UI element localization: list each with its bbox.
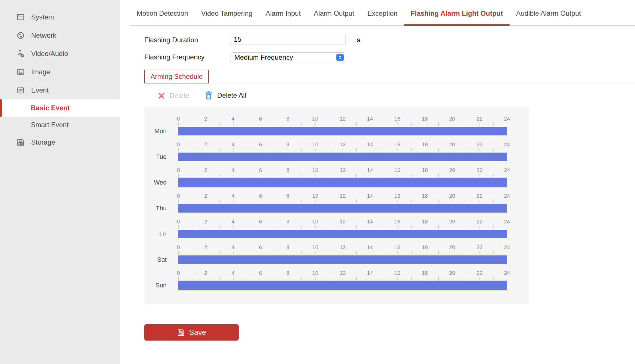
- schedule-bar[interactable]: [178, 127, 507, 135]
- tab-exception[interactable]: Exception: [361, 2, 404, 25]
- hour-label: 8: [286, 219, 289, 225]
- tick-mark: [466, 148, 466, 151]
- hour-label: 20: [449, 219, 455, 225]
- day-timeline: 024681012141618202224: [178, 271, 507, 296]
- sidebar-item-event[interactable]: Event: [0, 81, 120, 99]
- tick-mark: [438, 148, 439, 151]
- tick-mark: [480, 277, 480, 280]
- sidebar-item-image[interactable]: Image: [0, 63, 120, 81]
- schedule-bar[interactable]: [178, 255, 507, 264]
- tick-mark: [288, 148, 288, 151]
- tab-audible-alarm-output[interactable]: Audible Alarm Output: [510, 2, 588, 25]
- day-label: Wed: [144, 177, 167, 188]
- sidebar-item-storage[interactable]: Storage: [0, 133, 120, 151]
- hour-label: 8: [286, 141, 289, 148]
- day-label: Sat: [144, 255, 167, 265]
- sidebar-item-smart-event[interactable]: Smart Event: [0, 117, 120, 133]
- hour-label: 16: [394, 193, 400, 199]
- tick-mark: [178, 225, 179, 229]
- tick-mark: [480, 225, 480, 229]
- tick-mark: [398, 225, 398, 229]
- tick-mark: [384, 174, 384, 177]
- delete-button[interactable]: Delete: [158, 91, 189, 100]
- hour-label: 2: [204, 244, 207, 251]
- hour-label: 14: [367, 193, 373, 199]
- schedule-row-fri: Fri024681012141618202224: [144, 219, 529, 245]
- tick-mark: [192, 251, 192, 254]
- tab-alarm-output[interactable]: Alarm Output: [307, 2, 361, 25]
- tick-mark: [370, 251, 370, 254]
- tick-mark: [206, 122, 206, 126]
- schedule-bar[interactable]: [178, 230, 507, 238]
- hour-label: 20: [449, 270, 455, 276]
- hour-label: 4: [231, 270, 235, 276]
- hour-label: 16: [394, 270, 400, 276]
- hour-label: 6: [259, 244, 262, 251]
- schedule-bar[interactable]: [178, 178, 507, 187]
- day-timeline: 024681012141618202224: [178, 116, 507, 142]
- hour-label: 20: [449, 116, 455, 122]
- hour-label: 20: [449, 141, 455, 148]
- hour-label: 8: [286, 167, 289, 173]
- delete-all-button[interactable]: Delete All: [205, 91, 246, 100]
- tick-mark: [425, 225, 425, 229]
- hour-label: 0: [177, 244, 180, 251]
- day-timeline: 024681012141618202224: [178, 142, 507, 168]
- tick-mark: [192, 199, 192, 203]
- tick-mark: [384, 122, 384, 126]
- tab-flashing-alarm-light-output[interactable]: Flashing Alarm Light Output: [404, 2, 510, 25]
- sidebar-item-video-audio[interactable]: Video/Audio: [0, 45, 120, 63]
- schedule-bar[interactable]: [178, 204, 507, 213]
- hour-label: 18: [422, 167, 428, 173]
- tick-mark: [480, 122, 480, 126]
- tick-mark: [452, 225, 452, 229]
- tick-mark: [233, 225, 233, 229]
- hour-label: 20: [449, 244, 455, 251]
- tick-mark: [301, 148, 302, 151]
- save-button[interactable]: Save: [144, 324, 239, 341]
- tick-mark: [466, 199, 466, 203]
- tick-mark: [452, 148, 452, 151]
- sidebar-item-basic-event[interactable]: Basic Event: [0, 99, 120, 117]
- hour-label: 2: [204, 116, 207, 122]
- tick-mark: [493, 174, 494, 177]
- schedule-bar[interactable]: [178, 153, 507, 161]
- flashing-duration-input[interactable]: [230, 34, 346, 45]
- tab-video-tampering[interactable]: Video Tampering: [195, 2, 259, 25]
- tick-mark: [315, 148, 315, 151]
- sidebar-item-system[interactable]: System: [0, 8, 120, 26]
- tick-mark: [425, 277, 425, 280]
- tick-mark: [219, 251, 220, 254]
- tick-mark: [261, 174, 261, 177]
- tick-mark: [192, 174, 192, 177]
- tick-mark: [438, 277, 439, 280]
- hour-label: 22: [477, 219, 483, 225]
- tick-mark: [452, 199, 452, 203]
- tick-mark: [466, 225, 466, 229]
- tab-motion-detection[interactable]: Motion Detection: [130, 2, 195, 25]
- tick-mark: [370, 174, 370, 177]
- tick-mark: [480, 148, 480, 151]
- sidebar-item-network[interactable]: Network: [0, 26, 120, 45]
- hour-label: 10: [312, 193, 318, 199]
- day-label: Tue: [144, 152, 167, 162]
- tick-mark: [219, 225, 220, 229]
- hour-label: 16: [394, 141, 400, 148]
- hour-label: 16: [394, 219, 400, 225]
- tick-mark: [301, 225, 302, 229]
- tick-mark: [438, 199, 439, 203]
- tick-mark: [233, 174, 233, 177]
- tab-alarm-input[interactable]: Alarm Input: [259, 2, 307, 25]
- tick-mark: [507, 122, 507, 126]
- tick-mark: [370, 277, 370, 280]
- arming-schedule-tab[interactable]: Arming Schedule: [144, 70, 209, 83]
- hour-label: 10: [312, 244, 318, 251]
- tick-mark: [274, 174, 274, 177]
- save-label: Save: [189, 328, 206, 337]
- schedule-bar[interactable]: [178, 281, 507, 290]
- tick-mark: [288, 277, 288, 280]
- flashing-frequency-select[interactable]: Medium Frequency: [230, 52, 345, 62]
- tick-mark: [329, 225, 329, 229]
- tick-mark: [466, 251, 466, 254]
- arming-schedule-label: Arming Schedule: [151, 73, 203, 81]
